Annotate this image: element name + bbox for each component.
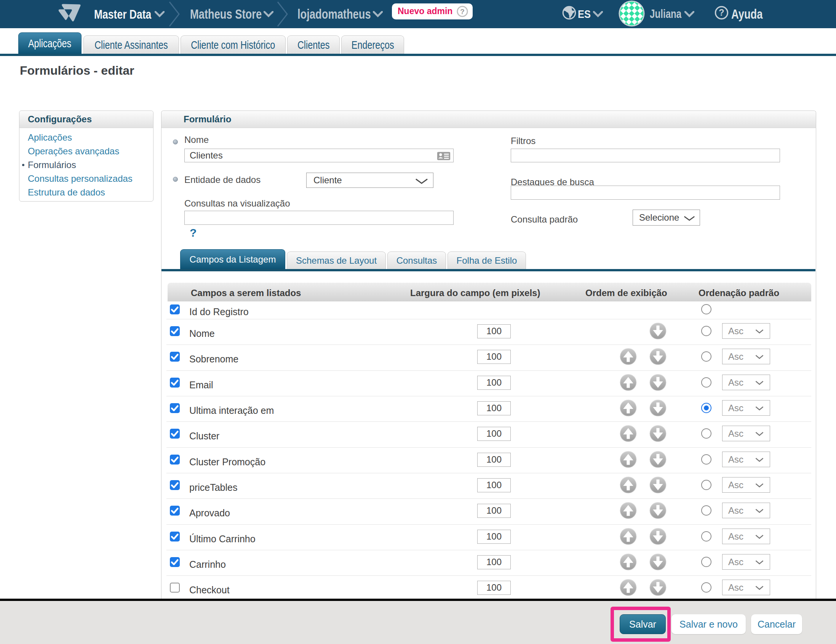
svg-text:?: ? [460, 8, 464, 16]
svg-text:?: ? [719, 8, 724, 18]
